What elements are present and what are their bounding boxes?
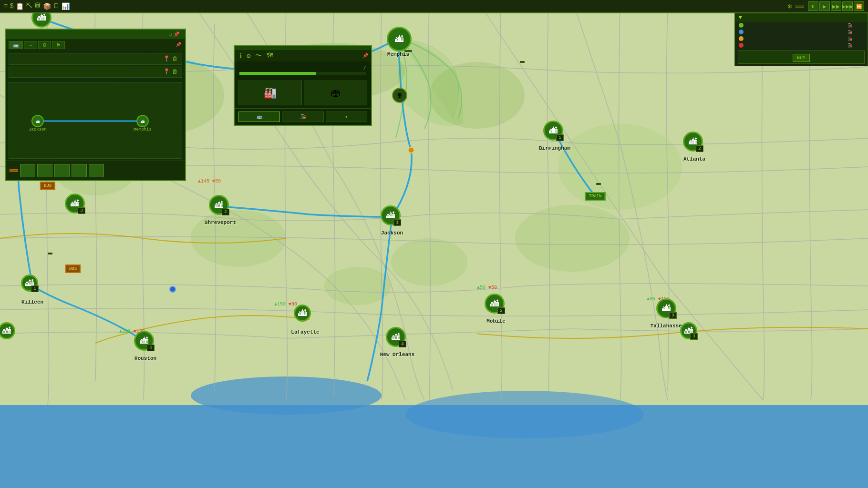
sanantonio-circle[interactable]: 🏙 xyxy=(0,322,15,339)
transport-slot-factory[interactable]: 🏭 xyxy=(238,81,302,105)
city-killeen[interactable]: 🏙 1 Killeen xyxy=(21,274,44,297)
city-birmingham[interactable]: 🏙 1 Birmingham xyxy=(543,121,566,143)
menu-icon[interactable]: ≡ xyxy=(4,2,8,10)
city-new-orleans[interactable]: 🏙 4 New Orleans xyxy=(386,327,409,350)
city-houston[interactable]: 🏙 4 Houston xyxy=(134,331,157,354)
tallahassee-circle[interactable]: 🏙 3 xyxy=(656,298,676,318)
memphis-tab-settings[interactable]: ⚙ xyxy=(245,52,252,60)
route-pin-icon[interactable]: 📌 xyxy=(174,31,179,37)
bus-vehicle-1[interactable]: BUS xyxy=(40,182,55,190)
score-expand-icon[interactable]: ▼ xyxy=(739,15,742,20)
memphis-tab-wave[interactable]: 〜 xyxy=(253,51,264,60)
stop-memphis-delete-icon[interactable]: 🗑 xyxy=(172,68,178,75)
snowflake-icon: ❄ xyxy=(788,2,792,10)
score-row-comp1: 🚂 xyxy=(735,29,868,35)
city-jackson[interactable]: 🏙 1 Jackson xyxy=(381,205,403,228)
stats-icon[interactable]: 📊 xyxy=(62,2,70,10)
top-bar-right: ❄ ⏸ ▶ ▶▶ ▶▶▶ ⏩ xyxy=(784,1,868,11)
bus-vehicle-2[interactable]: BUS xyxy=(65,264,81,273)
left3-circle[interactable]: 🏙 3 xyxy=(65,193,85,214)
route-minimize-icon[interactable]: □ xyxy=(169,32,172,37)
city-lafayette[interactable]: 🏙 Lafayette xyxy=(294,305,317,327)
city-memphis[interactable]: 🏙 Memphis xyxy=(387,27,410,50)
shreveport-circle[interactable]: 🏙 2 xyxy=(209,195,229,215)
score-row-player: 🚂 xyxy=(735,22,868,29)
neworleans-circle[interactable]: 🏙 4 xyxy=(386,327,406,347)
transport-slot-stadium[interactable]: 🏟 xyxy=(304,81,367,105)
memphis-pin-icon[interactable]: 📌 xyxy=(362,53,368,59)
killeen-badge: 1 xyxy=(31,285,39,292)
stop-jackson-location-icon[interactable]: 📍 xyxy=(163,55,170,62)
memphis-tab-map[interactable]: 🗺 xyxy=(265,52,275,60)
faster-button[interactable]: ▶▶▶ xyxy=(842,1,853,11)
comp3-trains: 🚂 xyxy=(847,43,861,48)
memphis-stats: / xyxy=(235,61,371,78)
pause-button[interactable]: ⏸ xyxy=(808,1,818,11)
money-icon[interactable]: $ xyxy=(10,2,13,10)
killeen-circle[interactable]: 🏙 1 xyxy=(21,274,38,292)
vehicle-slot-plane[interactable]: ✈ xyxy=(326,112,367,122)
city-tallahassee[interactable]: 🏙 3 Tallahassee xyxy=(656,298,679,321)
indicator-shreveport: ▲145 ♥50 xyxy=(198,179,221,184)
route-stop-jackson[interactable]: 📍 🗑 xyxy=(9,53,182,65)
route-add-button[interactable] xyxy=(20,164,35,177)
tallahassee-badge: 3 xyxy=(669,312,677,319)
route-bottom-bar xyxy=(6,161,185,180)
score-row-comp3: 🚂 xyxy=(735,42,868,49)
route-down-button[interactable] xyxy=(54,164,70,177)
memphis-city-tabs: ℹ ⚙ 〜 🗺 📌 xyxy=(235,50,371,61)
memphis-tab-info[interactable]: ℹ xyxy=(238,52,244,60)
route-refresh-button[interactable] xyxy=(89,164,104,177)
route-tab-arrow[interactable]: → xyxy=(24,41,37,49)
jackson-circle[interactable]: 🏙 1 xyxy=(381,205,401,225)
city-shreveport[interactable]: 🏙 2 Shreveport xyxy=(209,195,232,218)
city-atlanta[interactable]: 🏙 2 Atlanta xyxy=(683,132,706,154)
city-san-antonio[interactable]: 🏙 xyxy=(0,322,21,345)
stop-memphis-icons: 📍 🗑 xyxy=(163,68,178,75)
sanantonio-building-icon: 🏙 xyxy=(2,326,11,336)
route-tab-bus[interactable]: 🚌 xyxy=(9,41,23,49)
buy-button[interactable]: BUY xyxy=(793,54,810,62)
route-stop-memphis[interactable]: 📍 🗑 xyxy=(9,66,182,78)
route-tab-flag[interactable]: ⚑ xyxy=(52,41,65,49)
lafayette-circle[interactable]: 🏙 xyxy=(294,305,311,322)
cargo-icon[interactable]: 📦 xyxy=(43,2,51,10)
pause-controls: ⏸ ▶ ▶▶ ▶▶▶ ⏩ xyxy=(808,1,864,11)
route-clock-button[interactable] xyxy=(72,164,87,177)
train-vehicle-1[interactable]: TRAIN xyxy=(585,192,605,201)
birmingham-circle[interactable]: 🏙 1 xyxy=(543,121,563,141)
capacity-badge-1 xyxy=(520,61,525,63)
lafayette-label: Lafayette xyxy=(291,329,319,335)
fastest-button[interactable]: ⏩ xyxy=(854,1,864,11)
fast-button[interactable]: ▶▶ xyxy=(831,1,841,11)
mobile-circle[interactable]: 🏙 2 xyxy=(485,294,505,314)
city-right-far[interactable]: 🏙 3 xyxy=(680,322,703,345)
city-mobile[interactable]: 🏙 2 Mobile xyxy=(485,294,507,316)
rightfar-badge: 3 xyxy=(690,333,698,340)
mobile-label: Mobile xyxy=(486,318,506,324)
memphis-circle[interactable]: 🏙 xyxy=(387,27,412,51)
score-header: ▼ xyxy=(735,13,868,22)
game-time xyxy=(796,5,804,8)
notes-icon[interactable]: 🗒 xyxy=(53,2,60,10)
killeen-label: Killeen xyxy=(21,299,43,305)
stop-memphis-location-icon[interactable]: 📍 xyxy=(163,68,170,75)
route-up-button[interactable] xyxy=(37,164,52,177)
route-tab-settings[interactable]: ⚙ xyxy=(38,41,51,49)
city-left3[interactable]: 🏙 3 xyxy=(65,193,88,216)
route-map-area: 🏙 Jackson 🏙 Memphis xyxy=(9,82,182,159)
build-icon[interactable]: ⛏ xyxy=(26,2,32,10)
houston-circle[interactable]: 🏙 4 xyxy=(134,331,154,351)
atlanta-circle[interactable]: 🏙 2 xyxy=(683,132,703,152)
station-icon[interactable]: 🏛 xyxy=(34,2,41,10)
play-button[interactable]: ▶ xyxy=(819,1,830,11)
rightfar-circle[interactable]: 🏙 3 xyxy=(680,322,697,339)
stadium-icon: 🏟 xyxy=(396,92,403,99)
route-tab-pin2[interactable]: 📌 xyxy=(175,41,182,49)
stop-jackson-delete-icon[interactable]: 🗑 xyxy=(172,55,178,62)
records-icon[interactable]: 📋 xyxy=(16,2,24,10)
stadium-marker[interactable]: 🏟 xyxy=(392,88,407,103)
memphis-vehicle-row: 🚌 🚂 ✈ xyxy=(235,108,371,125)
vehicle-slot-train[interactable]: 🚂 xyxy=(282,112,323,122)
vehicle-slot-bus[interactable]: 🚌 xyxy=(238,112,280,122)
